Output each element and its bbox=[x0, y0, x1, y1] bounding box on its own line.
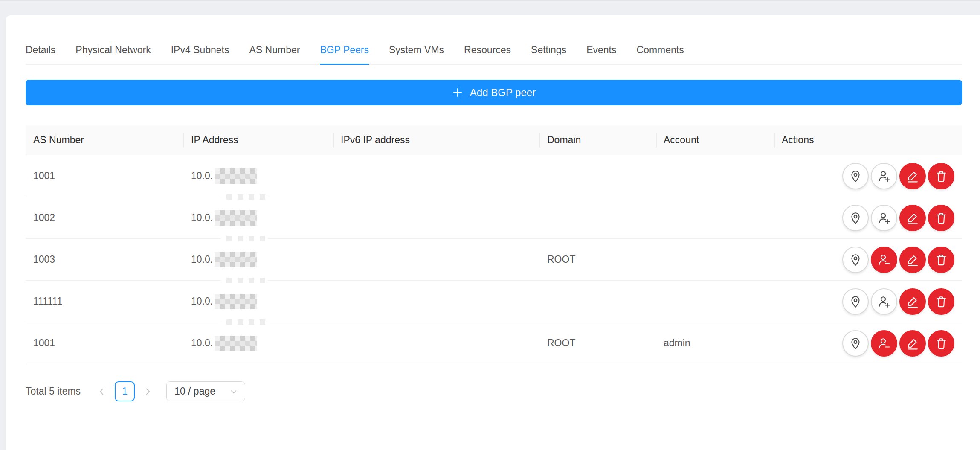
page-background-band bbox=[0, 0, 980, 15]
trash-icon bbox=[934, 169, 948, 183]
location-pin-icon bbox=[849, 337, 862, 350]
as-number-cell: 1001 bbox=[26, 322, 183, 364]
edit-pencil-icon bbox=[906, 337, 919, 350]
chevron-down-icon bbox=[229, 387, 238, 396]
page-size-select[interactable]: 10 / page bbox=[166, 381, 245, 401]
edit-button[interactable] bbox=[899, 163, 926, 189]
ipv6-address-cell bbox=[333, 322, 539, 364]
page-size-value: 10 / page bbox=[174, 386, 215, 397]
previous-page-button[interactable] bbox=[94, 387, 110, 396]
content-card: Details Physical Network IPv4 Subnets AS… bbox=[6, 15, 980, 450]
actions-cell bbox=[774, 281, 962, 322]
trash-icon bbox=[934, 295, 948, 308]
dedicate-location-button[interactable] bbox=[842, 163, 869, 189]
edit-pencil-icon bbox=[906, 211, 919, 225]
censor-artifact bbox=[221, 278, 268, 283]
next-page-button[interactable] bbox=[140, 387, 155, 396]
chevron-left-icon bbox=[97, 387, 107, 396]
tab-ipv4-subnets[interactable]: IPv4 Subnets bbox=[171, 36, 229, 64]
dedicate-location-button[interactable] bbox=[842, 205, 869, 231]
account-remove-button[interactable] bbox=[871, 247, 897, 273]
tab-comments[interactable]: Comments bbox=[636, 36, 684, 64]
delete-button[interactable] bbox=[928, 163, 954, 189]
column-header-as-number: AS Number bbox=[26, 134, 183, 146]
location-pin-icon bbox=[849, 169, 862, 183]
ip-address-cell: 10.0. bbox=[183, 281, 333, 322]
delete-button[interactable] bbox=[928, 247, 954, 273]
location-pin-icon bbox=[849, 253, 862, 267]
tab-system-vms[interactable]: System VMs bbox=[389, 36, 444, 64]
ip-address-cell: 10.0. bbox=[183, 155, 333, 197]
as-number-cell: 1003 bbox=[26, 239, 183, 280]
user-add-icon bbox=[877, 169, 891, 183]
actions-cell bbox=[774, 155, 962, 197]
delete-button[interactable] bbox=[928, 288, 954, 315]
censored-ip bbox=[215, 210, 257, 226]
delete-button[interactable] bbox=[928, 330, 954, 357]
ipv6-address-cell bbox=[333, 155, 539, 197]
trash-icon bbox=[934, 211, 948, 225]
tab-events[interactable]: Events bbox=[586, 36, 616, 64]
location-pin-icon bbox=[849, 295, 862, 308]
column-header-actions: Actions bbox=[774, 134, 962, 146]
tab-physical-network[interactable]: Physical Network bbox=[75, 36, 151, 64]
censor-artifact bbox=[221, 236, 268, 241]
add-bgp-peer-button[interactable]: Add BGP peer bbox=[26, 80, 962, 105]
user-add-icon bbox=[877, 211, 891, 225]
table-row: 1003 10.0. ROOT bbox=[26, 239, 962, 281]
censored-ip bbox=[215, 168, 257, 184]
account-assign-button[interactable] bbox=[871, 163, 897, 189]
tab-as-number[interactable]: AS Number bbox=[249, 36, 300, 64]
censored-ip bbox=[215, 336, 257, 351]
ipv6-address-cell bbox=[333, 239, 539, 280]
column-header-account: Account bbox=[656, 134, 774, 146]
account-cell bbox=[656, 281, 774, 322]
account-assign-button[interactable] bbox=[871, 288, 897, 315]
ip-address-cell: 10.0. bbox=[183, 197, 333, 238]
tab-resources[interactable]: Resources bbox=[464, 36, 511, 64]
ipv6-address-cell bbox=[333, 281, 539, 322]
actions-cell bbox=[774, 322, 962, 364]
censored-ip bbox=[215, 252, 257, 267]
tab-bgp-peers[interactable]: BGP Peers bbox=[320, 36, 369, 64]
domain-cell: ROOT bbox=[539, 322, 656, 364]
edit-button[interactable] bbox=[899, 247, 926, 273]
ip-address-cell: 10.0. bbox=[183, 322, 333, 364]
account-assign-button[interactable] bbox=[871, 205, 897, 231]
location-pin-icon bbox=[849, 211, 862, 225]
dedicate-location-button[interactable] bbox=[842, 330, 869, 357]
edit-pencil-icon bbox=[906, 253, 919, 267]
bgp-peers-table: AS Number IP Address IPv6 IP address Dom… bbox=[26, 125, 962, 364]
table-row: 111111 10.0. bbox=[26, 281, 962, 322]
dedicate-location-button[interactable] bbox=[842, 247, 869, 273]
chevron-right-icon bbox=[143, 387, 152, 396]
user-add-icon bbox=[877, 295, 891, 308]
censored-ip bbox=[215, 294, 257, 309]
user-remove-icon bbox=[877, 337, 891, 350]
edit-button[interactable] bbox=[899, 330, 926, 357]
user-remove-icon bbox=[877, 253, 891, 267]
column-header-domain: Domain bbox=[539, 134, 656, 146]
page-1-button[interactable]: 1 bbox=[115, 381, 135, 401]
account-remove-button[interactable] bbox=[871, 330, 897, 357]
table-row: 1001 10.0. ROOT admin bbox=[26, 322, 962, 364]
pagination: Total 5 items 1 10 / page bbox=[26, 381, 962, 401]
trash-icon bbox=[934, 253, 948, 267]
actions-cell bbox=[774, 197, 962, 238]
pagination-total: Total 5 items bbox=[26, 386, 81, 397]
ipv6-address-cell bbox=[333, 197, 539, 238]
as-number-cell: 1001 bbox=[26, 155, 183, 197]
account-cell bbox=[656, 197, 774, 238]
edit-button[interactable] bbox=[899, 205, 926, 231]
domain-cell bbox=[539, 281, 656, 322]
dedicate-location-button[interactable] bbox=[842, 288, 869, 315]
tab-details[interactable]: Details bbox=[26, 36, 55, 64]
delete-button[interactable] bbox=[928, 205, 954, 231]
table-header-row: AS Number IP Address IPv6 IP address Dom… bbox=[26, 125, 962, 155]
tab-bar: Details Physical Network IPv4 Subnets AS… bbox=[26, 36, 962, 65]
edit-pencil-icon bbox=[906, 169, 919, 183]
column-header-ipv6-address: IPv6 IP address bbox=[333, 134, 539, 146]
tab-settings[interactable]: Settings bbox=[531, 36, 566, 64]
plus-icon bbox=[452, 87, 463, 98]
edit-button[interactable] bbox=[899, 288, 926, 315]
